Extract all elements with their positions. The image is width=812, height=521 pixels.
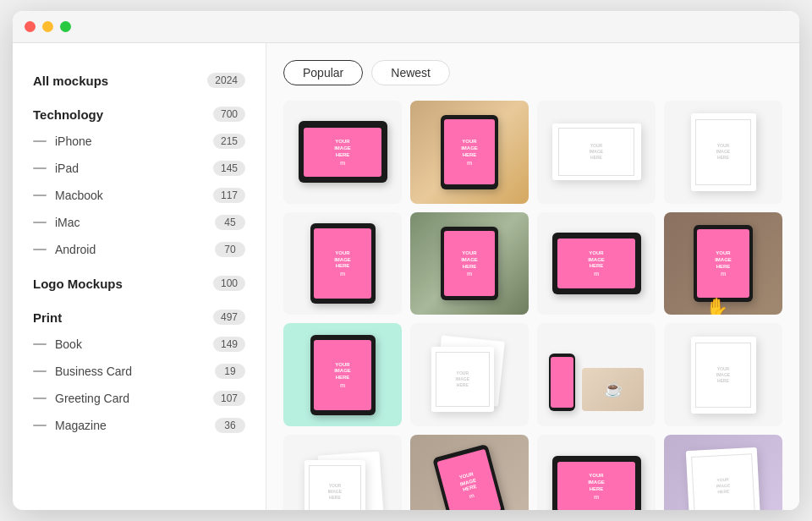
sub-dash-icon xyxy=(33,343,47,345)
grid-item-13[interactable]: YOURIMAGEHERE xyxy=(283,435,402,510)
sidebar-label-business-card: Business Card xyxy=(33,365,132,378)
sidebar-label-print: Print xyxy=(33,310,62,325)
sidebar-item-all-mockups[interactable]: All mockups2024 xyxy=(13,67,266,94)
sidebar-label-all-mockups: All mockups xyxy=(33,74,108,88)
sidebar-label-ipad: iPad xyxy=(33,162,79,175)
sidebar-label-greeting-card: Greeting Card xyxy=(33,392,129,405)
badge-greeting-card: 107 xyxy=(213,391,245,406)
sidebar-item-iphone[interactable]: iPhone215 xyxy=(13,128,266,155)
grid-item-8[interactable]: YOURIMAGEHEREm✋ xyxy=(664,212,782,315)
titlebar xyxy=(13,11,799,43)
sidebar-item-magazine[interactable]: Magazine36 xyxy=(13,412,266,439)
maximize-button[interactable] xyxy=(60,21,71,32)
sidebar-item-android[interactable]: Android70 xyxy=(13,236,266,263)
sidebar-item-book[interactable]: Book149 xyxy=(13,331,266,358)
badge-logo-mockups: 100 xyxy=(213,276,245,291)
minimize-button[interactable] xyxy=(42,21,53,32)
sidebar-label-technology: Technology xyxy=(33,107,103,122)
sub-dash-icon xyxy=(33,398,47,399)
badge-magazine: 36 xyxy=(215,418,245,433)
badge-print: 497 xyxy=(213,310,245,325)
app-window: All mockups2024Technology700iPhone215iPa… xyxy=(13,11,799,510)
mockup-grid: YOURIMAGEHEREmYOURIMAGEHEREmYOURIMAGEHER… xyxy=(283,101,782,510)
sidebar-label-magazine: Magazine xyxy=(33,419,107,432)
badge-business-card: 19 xyxy=(215,364,245,379)
sidebar: All mockups2024Technology700iPhone215iPa… xyxy=(13,43,266,510)
grid-item-5[interactable]: YOURIMAGEHEREm xyxy=(283,212,402,315)
sidebar-label-android: Android xyxy=(33,243,96,256)
badge-android: 70 xyxy=(215,242,245,257)
grid-item-7[interactable]: YOURIMAGEHEREm xyxy=(537,212,656,315)
main-content: All mockups2024Technology700iPhone215iPa… xyxy=(13,43,799,510)
grid-item-16[interactable]: YOURIMAGEHERE xyxy=(664,435,782,510)
grid-item-2[interactable]: YOURIMAGEHEREm xyxy=(410,101,529,204)
grid-item-6[interactable]: YOURIMAGEHEREm xyxy=(410,212,529,315)
badge-ipad: 145 xyxy=(213,161,245,176)
sub-dash-icon xyxy=(33,195,47,196)
sidebar-item-greeting-card[interactable]: Greeting Card107 xyxy=(13,385,266,412)
close-button[interactable] xyxy=(25,21,36,32)
grid-item-9[interactable]: YOURIMAGEHEREm xyxy=(283,323,402,426)
sidebar-label-imac: iMac xyxy=(33,216,80,229)
badge-all-mockups: 2024 xyxy=(207,73,245,88)
sidebar-item-macbook[interactable]: Macbook117 xyxy=(13,182,266,209)
sub-dash-icon xyxy=(33,249,47,250)
sidebar-item-imac[interactable]: iMac45 xyxy=(13,209,266,236)
grid-item-11[interactable]: ☕ xyxy=(537,323,656,426)
sub-dash-icon xyxy=(33,425,47,426)
sidebar-label-macbook: Macbook xyxy=(33,189,103,202)
grid-item-4[interactable]: YOURIMAGEHERE xyxy=(664,101,782,204)
grid-item-3[interactable]: YOURIMAGEHERE xyxy=(537,101,656,204)
sidebar-item-logo-mockups[interactable]: Logo Mockups100 xyxy=(13,270,266,297)
grid-item-10[interactable]: YOURIMAGEHERE xyxy=(410,323,529,426)
badge-book: 149 xyxy=(213,337,245,352)
sidebar-label-logo-mockups: Logo Mockups xyxy=(33,277,123,291)
filter-btn-newest[interactable]: Newest xyxy=(371,60,450,85)
filter-btn-popular[interactable]: Popular xyxy=(283,60,363,85)
sub-dash-icon xyxy=(33,222,47,223)
sub-dash-icon xyxy=(33,167,47,169)
sidebar-item-technology[interactable]: Technology700 xyxy=(13,101,266,128)
badge-macbook: 117 xyxy=(213,188,245,203)
sidebar-item-business-card[interactable]: Business Card19 xyxy=(13,358,266,385)
badge-iphone: 215 xyxy=(213,134,245,149)
grid-item-14[interactable]: YOURIMAGEHEREm xyxy=(410,435,529,510)
sidebar-label-iphone: iPhone xyxy=(33,134,92,148)
sub-dash-icon xyxy=(33,370,47,372)
grid-item-1[interactable]: YOURIMAGEHEREm xyxy=(283,101,402,204)
sub-dash-icon xyxy=(33,140,47,142)
sidebar-item-ipad[interactable]: iPad145 xyxy=(13,155,266,182)
main-panel: PopularNewest YOURIMAGEHEREmYOURIMAGEHER… xyxy=(266,43,799,510)
sidebar-label-book: Book xyxy=(33,337,82,351)
grid-item-12[interactable]: YOURIMAGEHERE xyxy=(664,323,782,426)
sidebar-item-print[interactable]: Print497 xyxy=(13,304,266,331)
filter-bar: PopularNewest xyxy=(283,60,782,85)
grid-item-15[interactable]: YOURIMAGEHEREm xyxy=(537,435,656,510)
badge-imac: 45 xyxy=(215,215,245,230)
badge-technology: 700 xyxy=(213,107,245,122)
